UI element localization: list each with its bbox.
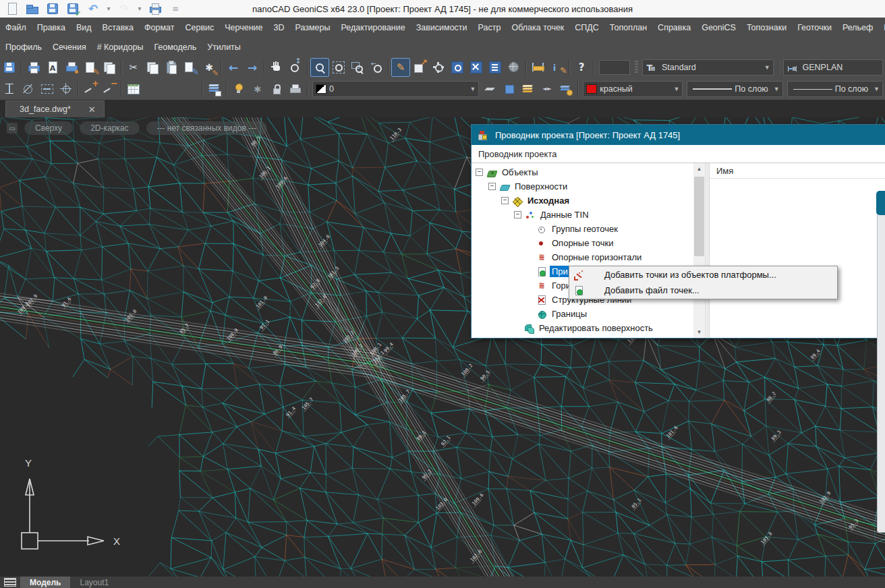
cut-button[interactable]: ✂ xyxy=(124,58,143,77)
zoom-previous-button[interactable]: ← xyxy=(367,58,386,77)
layout-menu-icon[interactable] xyxy=(0,577,20,588)
format-painter-button[interactable]: ✎ xyxy=(181,58,200,77)
chevron-down-icon[interactable]: ▼ xyxy=(467,86,476,92)
tree-expander-icon[interactable]: − xyxy=(501,197,509,204)
menu-item-Файл[interactable]: Файл xyxy=(0,18,32,37)
tree-item-objects[interactable]: −Объекты xyxy=(472,165,693,179)
toolbar-field[interactable] xyxy=(599,60,630,75)
text-style-combo[interactable]: T Standard ▼ xyxy=(642,59,774,76)
dim-linear-button[interactable] xyxy=(0,80,19,98)
color-combo[interactable]: красный ▼ xyxy=(583,81,683,97)
nav-back-button[interactable]: ← xyxy=(224,58,243,77)
menu-item-add-point-file[interactable]: Добавить файл точек... xyxy=(569,283,837,298)
tree-item-edit-surface[interactable]: Редактировать поверхность xyxy=(472,321,693,335)
dropdown-caret-button[interactable]: ▾ xyxy=(104,0,113,18)
table-style-n-button[interactable] xyxy=(181,80,200,98)
layer-flat-button[interactable] xyxy=(481,80,500,98)
project-explorer-titlebar[interactable]: Проводник проекта [Проект: Проект АД 174… xyxy=(472,125,885,145)
menu-item-GeoniCS[interactable]: GeoniCS xyxy=(696,18,741,37)
table-excel-button[interactable] xyxy=(143,80,162,98)
nav-forward-button[interactable]: → xyxy=(243,58,262,77)
tree-item-surfaces[interactable]: −Поверхности xyxy=(472,179,693,194)
menu-item-Профиль[interactable]: Профиль xyxy=(0,38,47,57)
menu-item-3D[interactable]: 3D xyxy=(268,18,290,37)
zoom-window-button[interactable] xyxy=(310,58,329,77)
save-button[interactable] xyxy=(43,0,62,18)
menu-item-Геоточки[interactable]: Геоточки xyxy=(792,18,837,37)
pan-button[interactable] xyxy=(267,58,286,77)
menu-item-Зависимости[interactable]: Зависимости xyxy=(411,18,473,37)
menu-item-Правка[interactable]: Правка xyxy=(32,18,71,37)
project-explorer-menu[interactable]: Проводник проекта xyxy=(472,145,885,163)
chevron-down-icon[interactable]: ▼ xyxy=(871,86,880,92)
save-button[interactable] xyxy=(0,58,19,77)
save-as-button[interactable]: ✓ xyxy=(63,0,82,18)
web-button[interactable] xyxy=(505,58,523,77)
dim-style-combo[interactable]: GENPLAN xyxy=(783,59,883,76)
options-button[interactable] xyxy=(448,58,467,77)
tree-item-point-groups[interactable]: Группы геоточек xyxy=(472,222,693,236)
menu-item-Растр[interactable]: Растр xyxy=(473,18,507,37)
tree-item-surface-source[interactable]: −Исходная xyxy=(472,194,693,208)
print-preview-button[interactable]: A xyxy=(43,58,62,77)
menu-item-Сечения[interactable]: Сечения xyxy=(47,38,92,57)
layers-manager-button[interactable] xyxy=(205,80,224,98)
publish-edit-button[interactable]: ✎ xyxy=(81,58,100,77)
dropdown-caret-button[interactable]: ▾ xyxy=(135,0,144,18)
tree-item-boundaries[interactable]: Границы xyxy=(472,307,693,321)
leader-add-button[interactable]: + xyxy=(81,80,100,98)
menu-item-Редактирование[interactable]: Редактирование xyxy=(335,18,410,37)
help-button[interactable]: ? xyxy=(572,58,591,77)
undo-button[interactable]: ↶ xyxy=(84,0,103,18)
menu-item-Сервис[interactable]: Сервис xyxy=(179,18,219,37)
paste-button[interactable] xyxy=(162,58,181,77)
chevron-down-icon[interactable]: ▼ xyxy=(762,64,770,71)
tree-expander-icon[interactable]: − xyxy=(476,169,483,176)
menu-item-Го[interactable]: Го xyxy=(878,18,885,37)
menu-item-add-platform-points[interactable]: Добавить точки из объектов платформы... xyxy=(569,267,837,283)
purge-button[interactable]: ✱✎ xyxy=(200,58,219,77)
linetype-combo[interactable]: По слою ▼ xyxy=(787,81,883,97)
settings-gear-button[interactable] xyxy=(429,58,448,77)
menu-item-Черчение[interactable]: Черчение xyxy=(219,18,268,37)
menu-item-Формат[interactable]: Формат xyxy=(139,18,179,37)
tree-expander-icon[interactable]: − xyxy=(488,183,496,190)
dim-diameter-button[interactable] xyxy=(19,80,38,98)
document-tab[interactable]: 3d_face.dwg* ✕ xyxy=(5,100,105,117)
menu-item-Справка[interactable]: Справка xyxy=(652,18,696,37)
tree-item-ref-points[interactable]: Опорные точки xyxy=(472,236,693,250)
layer-lock-button[interactable] xyxy=(267,80,286,98)
menu-item-Топознаки[interactable]: Топознаки xyxy=(741,18,792,37)
list-column-name[interactable]: Имя xyxy=(710,163,885,179)
edit-mode-button[interactable]: ✎ xyxy=(391,58,410,77)
copy-button[interactable] xyxy=(143,58,162,77)
layout-tab-Layout1[interactable]: Layout1 xyxy=(70,577,118,588)
menu-item-# Коридоры[interactable]: # Коридоры xyxy=(92,38,149,57)
layout-tab-Модель[interactable]: Модель xyxy=(20,577,70,588)
docked-panel-edge[interactable] xyxy=(877,202,885,533)
layer-combo[interactable]: 0 ▼ xyxy=(312,81,479,97)
layer-bulb-button[interactable] xyxy=(556,80,575,98)
chevron-down-icon[interactable]: ▼ xyxy=(670,86,679,92)
menu-item-Топоплан[interactable]: Топоплан xyxy=(604,18,652,37)
close-tab-icon[interactable]: ✕ xyxy=(88,105,96,115)
dim-baseline-button[interactable] xyxy=(38,80,57,98)
menu-item-Вставка[interactable]: Вставка xyxy=(97,18,139,37)
scrollbar-thumb[interactable] xyxy=(694,177,704,256)
menu-item-Облака точек[interactable]: Облака точек xyxy=(506,18,569,37)
table-insert-button[interactable] xyxy=(124,80,143,98)
properties-list-button[interactable] xyxy=(486,58,505,77)
layer-plot-button[interactable] xyxy=(286,80,305,98)
menu-item-Вид[interactable]: Вид xyxy=(71,18,97,37)
table-style-a-button[interactable] xyxy=(162,80,181,98)
plot-settings-button[interactable] xyxy=(62,58,81,77)
toolbar-grip[interactable] xyxy=(635,61,638,74)
print-button[interactable] xyxy=(24,58,43,77)
new-file-button[interactable] xyxy=(3,0,22,18)
tree-expander-icon[interactable]: − xyxy=(514,211,521,218)
customize-button[interactable]: ≡ xyxy=(166,0,185,18)
layers-yellow-button[interactable] xyxy=(519,80,538,98)
zoom-object-button[interactable] xyxy=(329,58,348,77)
layer-freeze-button[interactable]: ✱ xyxy=(248,80,267,98)
menu-item-Размеры[interactable]: Размеры xyxy=(290,18,336,37)
